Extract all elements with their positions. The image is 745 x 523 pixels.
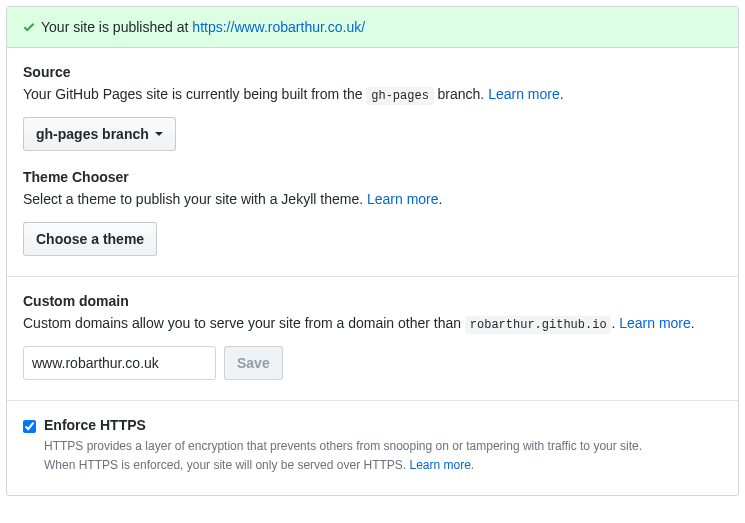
custom-domain-learn-more-link[interactable]: Learn more	[619, 315, 691, 331]
custom-domain-desc-before: Custom domains allow you to serve your s…	[23, 315, 465, 331]
branch-code: gh-pages	[366, 87, 433, 106]
custom-domain-description: Custom domains allow you to serve your s…	[23, 313, 722, 334]
source-heading: Source	[23, 64, 722, 80]
section-enforce-https: Enforce HTTPS HTTPS provides a layer of …	[7, 401, 738, 495]
choose-theme-button[interactable]: Choose a theme	[23, 222, 157, 256]
custom-domain-input-row: Save	[23, 346, 722, 380]
published-url-link[interactable]: https://www.robarthur.co.uk/	[192, 19, 365, 35]
https-line1: HTTPS provides a layer of encryption tha…	[44, 439, 642, 453]
save-button[interactable]: Save	[224, 346, 283, 380]
enforce-https-checkbox[interactable]	[23, 420, 36, 433]
theme-subsection: Theme Chooser Select a theme to publish …	[23, 169, 722, 256]
theme-learn-more-link[interactable]: Learn more	[367, 191, 439, 207]
https-line2: When HTTPS is enforced, your site will o…	[44, 458, 409, 472]
source-branch-dropdown[interactable]: gh-pages branch	[23, 117, 176, 151]
enforce-https-heading: Enforce HTTPS	[44, 417, 642, 433]
theme-desc-text: Select a theme to publish your site with…	[23, 191, 367, 207]
theme-heading: Theme Chooser	[23, 169, 722, 185]
check-icon	[23, 20, 35, 34]
enforce-https-subtext: HTTPS provides a layer of encryption tha…	[44, 437, 642, 475]
source-subsection: Source Your GitHub Pages site is current…	[23, 64, 722, 151]
custom-domain-input[interactable]	[23, 346, 216, 380]
section-custom-domain: Custom domain Custom domains allow you t…	[7, 277, 738, 401]
source-branch-label: gh-pages branch	[36, 124, 149, 144]
https-learn-more-link[interactable]: Learn more	[409, 458, 470, 472]
source-desc-before: Your GitHub Pages site is currently bein…	[23, 86, 366, 102]
section-source-theme: Source Your GitHub Pages site is current…	[7, 48, 738, 277]
source-learn-more-link[interactable]: Learn more	[488, 86, 560, 102]
published-flash: Your site is published at https://www.ro…	[7, 7, 738, 48]
source-desc-after: branch.	[434, 86, 488, 102]
pages-settings-panel: Your site is published at https://www.ro…	[6, 6, 739, 496]
default-domain-code: robarthur.github.io	[465, 316, 611, 335]
custom-domain-heading: Custom domain	[23, 293, 722, 309]
source-description: Your GitHub Pages site is currently bein…	[23, 84, 722, 105]
theme-description: Select a theme to publish your site with…	[23, 189, 722, 210]
published-text: Your site is published at	[41, 19, 188, 35]
chevron-down-icon	[155, 132, 163, 136]
